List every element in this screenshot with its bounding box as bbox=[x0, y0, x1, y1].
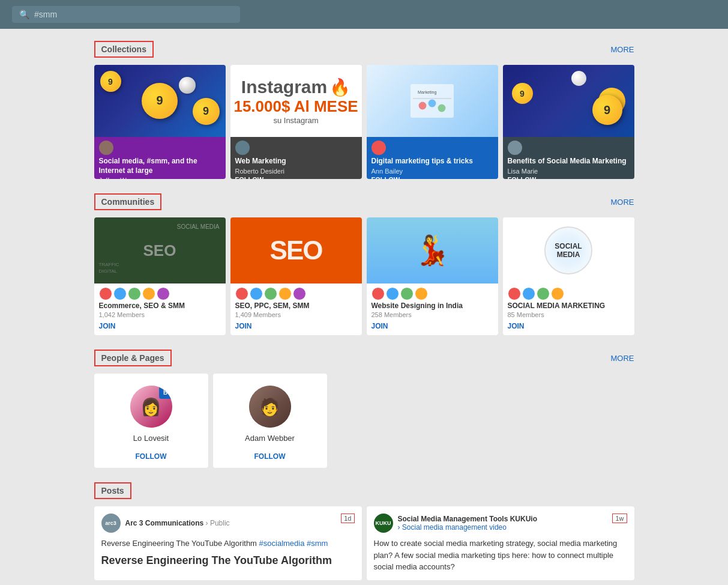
collections-header: Collections MORE bbox=[94, 41, 634, 58]
community-image-seo-ppc: SEO bbox=[230, 217, 362, 283]
person-card-lo-lovesit[interactable]: 👩 B Lo Lovesit FOLLOW bbox=[94, 374, 208, 468]
community-avatar bbox=[372, 287, 385, 300]
people-pages-header: People & Pages MORE bbox=[94, 350, 634, 366]
community-join-india[interactable]: JOIN bbox=[372, 322, 493, 330]
community-card-website-india[interactable]: 💃 Website Designing in India 258 Members… bbox=[367, 217, 498, 335]
community-avatar bbox=[415, 287, 428, 300]
community-card-ecommerce-seo[interactable]: SEO SOCIAL MEDIA TRAFFICDIGITAL Ecommerc… bbox=[94, 217, 226, 335]
community-image-social-globe: SOCIALMEDIA bbox=[503, 217, 634, 283]
people-grid: 👩 B Lo Lovesit FOLLOW 🧑 Adam Webber FOLL… bbox=[94, 374, 634, 468]
community-name-seo-ppc: SEO, PPC, SEM, SMM bbox=[235, 302, 357, 310]
search-input[interactable] bbox=[34, 10, 233, 19]
community-avatar bbox=[386, 287, 399, 300]
community-join-social[interactable]: JOIN bbox=[508, 322, 630, 330]
search-bar: 🔍 bbox=[0, 0, 728, 29]
community-avatar bbox=[278, 287, 292, 300]
community-avatar bbox=[264, 287, 277, 300]
collection-title-digital-marketing: Digital marketing tips & tricks bbox=[372, 157, 493, 166]
post-text-arc3: Reverse Engineering The YouTube Algorith… bbox=[101, 538, 355, 550]
community-info-ecommerce: Ecommerce, SEO & SMM 1,042 Members JOIN bbox=[94, 302, 226, 335]
people-pages-more-link[interactable]: MORE bbox=[611, 354, 634, 363]
posts-header: Posts bbox=[94, 482, 634, 499]
collection-card-benefits-smm[interactable]: 9 9 Benefits of Social Media Marketing L… bbox=[503, 65, 634, 179]
collections-title: Collections bbox=[94, 41, 154, 58]
community-avatar bbox=[551, 287, 564, 300]
community-avatar bbox=[142, 287, 155, 300]
collection-card-digital-marketing[interactable]: Marketing Digital marketing tips & trick… bbox=[367, 65, 498, 179]
person-avatar-lo: 👩 B bbox=[130, 386, 172, 428]
community-image-ecommerce-seo: SEO SOCIAL MEDIA TRAFFICDIGITAL bbox=[94, 217, 226, 283]
person-name-lo: Lo Lovesit bbox=[99, 434, 203, 443]
search-icon: 🔍 bbox=[19, 10, 29, 19]
collection-author-social-smm: Jeffrey Waggoner bbox=[99, 177, 221, 179]
post-header-kukuio: KUKU Social Media Management Tools KUKUi… bbox=[374, 514, 627, 533]
post-title-arc3: Reverse Engineering The YouTube Algorith… bbox=[101, 554, 355, 567]
post-body-kukuio: How to create social media marketing str… bbox=[374, 538, 627, 573]
collection-follow-benefits-smm[interactable]: FOLLOW bbox=[508, 176, 630, 179]
community-info-social: SOCIAL MEDIA MARKETING 85 Members JOIN bbox=[503, 302, 634, 335]
collection-footer-digital-marketing: Digital marketing tips & tricks Ann Bail… bbox=[367, 137, 498, 179]
post-author-name-arc3: Arc 3 Communications › Public bbox=[125, 519, 230, 527]
svg-point-3 bbox=[419, 102, 427, 110]
communities-title: Communities bbox=[94, 193, 162, 210]
community-avatar bbox=[113, 287, 127, 300]
community-avatars-ecommerce bbox=[94, 283, 226, 302]
post-author-info-kukuio: KUKU Social Media Management Tools KUKUi… bbox=[374, 514, 537, 533]
collection-follow-web-marketing[interactable]: FOLLOW bbox=[235, 176, 357, 179]
community-join-ecommerce[interactable]: JOIN bbox=[99, 322, 221, 330]
person-card-adam-webber[interactable]: 🧑 Adam Webber FOLLOW bbox=[213, 374, 327, 468]
post-link-kukuio[interactable]: › Social media management video bbox=[398, 523, 537, 532]
community-avatars-seo-ppc bbox=[230, 283, 362, 302]
collection-footer-social-smm: Social media, #smm, and the Internet at … bbox=[94, 137, 226, 179]
search-input-wrapper: 🔍 bbox=[12, 6, 240, 23]
post-time-kukuio: 1w bbox=[612, 514, 627, 523]
community-avatar bbox=[128, 287, 141, 300]
person-avatar-adam: 🧑 bbox=[249, 386, 291, 428]
community-members-seo-ppc: 1,409 Members bbox=[235, 311, 357, 318]
community-avatar bbox=[99, 287, 112, 300]
collection-footer-web-marketing: Web Marketing Roberto Desideri FOLLOW bbox=[230, 137, 362, 179]
collection-author-web-marketing: Roberto Desideri bbox=[235, 168, 357, 175]
communities-more-link[interactable]: MORE bbox=[611, 198, 634, 207]
community-avatar bbox=[250, 287, 263, 300]
communities-grid: SEO SOCIAL MEDIA TRAFFICDIGITAL Ecommerc… bbox=[94, 217, 634, 335]
collection-image-instagram: Instagram 🔥 15.000$ Al MESE su Instagram bbox=[230, 65, 362, 137]
collection-author-digital-marketing: Ann Bailey bbox=[372, 168, 493, 175]
collection-card-web-marketing[interactable]: Instagram 🔥 15.000$ Al MESE su Instagram… bbox=[230, 65, 362, 179]
post-header-arc3: arc3 Arc 3 Communications › Public 1d bbox=[101, 514, 355, 533]
community-join-seo-ppc[interactable]: JOIN bbox=[235, 322, 357, 330]
posts-title: Posts bbox=[94, 482, 131, 499]
social-globe-text: SOCIALMEDIA bbox=[544, 226, 592, 274]
svg-text:Marketing: Marketing bbox=[418, 89, 437, 95]
collection-image-marketing: Marketing bbox=[367, 65, 498, 137]
community-avatar bbox=[508, 287, 521, 300]
post-time-arc3: 1d bbox=[341, 514, 354, 523]
collection-follow-digital-marketing[interactable]: FOLLOW bbox=[372, 176, 493, 179]
collections-more-link[interactable]: MORE bbox=[611, 45, 634, 54]
community-card-social-media-marketing[interactable]: SOCIALMEDIA SOCIAL MEDIA MARKETING 85 Me… bbox=[503, 217, 634, 335]
posts-grid: arc3 Arc 3 Communications › Public 1d Re… bbox=[94, 506, 634, 580]
collection-card-social-smm[interactable]: 9 9 Social media, #smm, and the Internet… bbox=[94, 65, 226, 179]
posts-section: Posts arc3 Arc 3 Communications › Public bbox=[94, 482, 634, 580]
communities-section: Communities MORE SEO SOCIAL MEDIA TRAFFI… bbox=[94, 193, 634, 335]
community-info-seo-ppc: SEO, PPC, SEM, SMM 1,409 Members JOIN bbox=[230, 302, 362, 335]
community-info-india: Website Designing in India 258 Members J… bbox=[367, 302, 498, 335]
community-name-india: Website Designing in India bbox=[372, 302, 493, 310]
community-avatar bbox=[522, 287, 535, 300]
svg-point-4 bbox=[429, 100, 436, 108]
person-follow-lo[interactable]: FOLLOW bbox=[99, 452, 203, 461]
collection-author-benefits-smm: Lisa Marie bbox=[508, 168, 630, 175]
community-members-india: 258 Members bbox=[372, 311, 493, 318]
community-members-social: 85 Members bbox=[508, 311, 630, 318]
community-card-seo-ppc[interactable]: SEO SEO, PPC, SEM, SMM 1,409 Members JOI… bbox=[230, 217, 362, 335]
post-card-kukuio: KUKU Social Media Management Tools KUKUi… bbox=[367, 506, 634, 580]
post-hashtags-arc3[interactable]: #socialmedia #smm bbox=[259, 539, 328, 548]
collection-title-social-smm: Social media, #smm, and the Internet at … bbox=[99, 157, 221, 175]
person-follow-adam[interactable]: FOLLOW bbox=[218, 452, 322, 461]
svg-point-5 bbox=[438, 105, 446, 112]
community-avatar bbox=[537, 287, 550, 300]
collection-image-benefits: 9 9 bbox=[503, 65, 634, 137]
collections-grid: 9 9 Social media, #smm, and the Internet… bbox=[94, 65, 634, 179]
community-avatars-india bbox=[367, 283, 498, 302]
post-avatar-kukuio: KUKU bbox=[374, 514, 393, 533]
